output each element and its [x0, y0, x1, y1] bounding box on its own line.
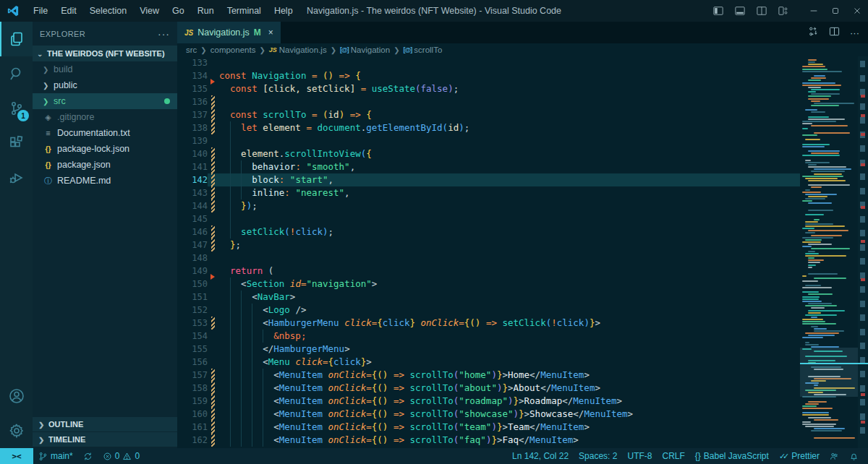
code-line-143: 143 inline: "nearest", [177, 186, 868, 199]
feedback-button[interactable] [825, 448, 844, 464]
gutter [208, 95, 218, 108]
code-text: <Section id="navigation"> [218, 278, 868, 291]
menu-help[interactable]: Help [268, 0, 299, 22]
minimize-icon[interactable] [803, 0, 825, 22]
indent-guide [230, 395, 231, 408]
line-number: 150 [177, 278, 208, 291]
minimap[interactable] [800, 56, 858, 448]
activitybar-explorer[interactable] [0, 22, 33, 56]
activitybar-settings[interactable] [0, 413, 33, 448]
gutter [208, 408, 218, 421]
file-item--gitignore[interactable]: ◈.gitignore [33, 109, 177, 125]
breadcrumb-scrollto[interactable]: [@]scrollTo [404, 46, 443, 54]
indent-guide [252, 343, 252, 356]
minimap-slider[interactable] [800, 348, 858, 397]
menu-file[interactable]: File [27, 0, 54, 22]
activitybar-extensions[interactable] [0, 126, 33, 160]
settings-icon [8, 422, 25, 439]
code-line-149: 149 return ( [177, 265, 868, 278]
code-line-156: 156 <Menu click={click}> [177, 356, 868, 369]
split-editor-right-icon[interactable] [829, 26, 840, 39]
indentation-setting[interactable]: Spaces: 2 [574, 448, 622, 464]
git-modified-gutter-icon [211, 147, 215, 160]
overview-ruler[interactable] [858, 56, 868, 448]
language-mode[interactable]: {} Babel JavaScript [690, 448, 774, 464]
line-number: 156 [177, 356, 208, 369]
js-file-icon: JS [269, 46, 277, 53]
breadcrumb-navigation-js[interactable]: JSNavigation.js [269, 46, 327, 54]
git-modified-gutter-icon [211, 121, 215, 134]
activitybar-accounts[interactable] [0, 379, 33, 413]
source-control-badge: 1 [17, 110, 29, 121]
encoding-setting[interactable]: UTF-8 [622, 448, 657, 464]
indent-guide [263, 421, 263, 434]
line-number: 142 [177, 173, 208, 186]
code-line-134: 134const Navigation = () => { [177, 69, 868, 82]
breadcrumb-src[interactable]: src [186, 46, 197, 54]
code-text: <HamburgerMenu click={click} onClick={()… [218, 317, 868, 330]
code-text: const [click, setClick] = useState(false… [218, 82, 868, 95]
problems-status[interactable]: 0 0 [98, 448, 145, 464]
menu-edit[interactable]: Edit [54, 0, 83, 22]
line-number: 144 [177, 199, 208, 212]
notifications-button[interactable] [844, 448, 864, 464]
file-item-build[interactable]: ❯build [33, 61, 177, 77]
breadcrumb-navigation[interactable]: [@]Navigation [340, 46, 390, 54]
file-item-public[interactable]: ❯public [33, 77, 177, 93]
file-item-documentation-txt[interactable]: ≡Documentation.txt [33, 125, 177, 141]
close-window-icon[interactable] [846, 0, 868, 22]
code-text: element.scrollIntoView({ [218, 147, 868, 160]
remote-indicator[interactable]: >< [0, 448, 33, 464]
panel-timeline[interactable]: ❯TIMELINE [33, 432, 177, 447]
toggle-panel-icon[interactable] [729, 0, 751, 22]
indent-guide [252, 395, 252, 408]
project-section-header[interactable]: ⌄ THE WEIRDOS (NFT WEBSITE) [33, 46, 177, 61]
code-text: <NavBar> [218, 291, 868, 304]
open-changes-icon[interactable] [808, 26, 819, 39]
breadcrumb-label: scrollTo [414, 46, 442, 54]
formatter-status[interactable]: ✓✓ Prettier [774, 448, 825, 464]
file-item-package-json[interactable]: {}package.json [33, 157, 177, 173]
line-number: 153 [177, 317, 208, 330]
code-line-154: 154 &nbsp; [177, 330, 868, 343]
tab-navigation-js[interactable]: JS Navigation.js M × [177, 22, 281, 43]
toggle-sidebar-icon[interactable] [707, 0, 729, 22]
activitybar-source-control[interactable]: 1 [0, 91, 33, 126]
restore-icon[interactable] [825, 0, 846, 22]
code-editor[interactable]: 133134const Navigation = () => {135 cons… [177, 56, 868, 448]
split-editor-icon[interactable] [751, 0, 773, 22]
sync-changes-button[interactable] [78, 448, 98, 464]
file-item-package-lock-json[interactable]: {}package-lock.json [33, 141, 177, 157]
code-text: const Navigation = () => { [218, 69, 868, 82]
git-file-icon: ◈ [43, 113, 54, 122]
search-icon [8, 65, 25, 82]
line-number: 155 [177, 343, 208, 356]
explorer-more-actions-icon[interactable]: ··· [158, 28, 170, 40]
file-item-readme-md[interactable]: ⓘREADME.md [33, 173, 177, 189]
breadcrumb-label: Navigation.js [279, 46, 327, 54]
breadcrumb-components[interactable]: components [210, 46, 256, 54]
activitybar-search[interactable] [0, 56, 33, 91]
cursor-position[interactable]: Ln 142, Col 22 [507, 448, 574, 464]
eol-setting[interactable]: CRLF [657, 448, 689, 464]
menu-run[interactable]: Run [191, 0, 221, 22]
indent-guide [241, 173, 242, 186]
menu-go[interactable]: Go [166, 0, 191, 22]
menu-selection[interactable]: Selection [83, 0, 133, 22]
editor-more-actions-icon[interactable]: ··· [850, 27, 859, 38]
file-item-src[interactable]: ❯src [33, 93, 177, 109]
panel-outline[interactable]: ❯OUTLINE [33, 417, 177, 431]
info-file-icon: ⓘ [43, 176, 54, 186]
tab-close-icon[interactable]: × [268, 27, 273, 38]
menu-view[interactable]: View [133, 0, 166, 22]
customize-layout-icon[interactable] [773, 0, 794, 22]
git-branch-status[interactable]: main* [33, 448, 78, 464]
indent-guide [230, 304, 231, 317]
git-modified-gutter-icon [211, 186, 215, 199]
activitybar-run-debug[interactable] [0, 160, 33, 195]
code-text: <Logo /> [218, 304, 868, 317]
indent-guide [230, 199, 231, 212]
chevron-right-icon: ❯ [38, 436, 46, 443]
breadcrumb-label: Navigation [351, 46, 390, 54]
menu-terminal[interactable]: Terminal [221, 0, 268, 22]
